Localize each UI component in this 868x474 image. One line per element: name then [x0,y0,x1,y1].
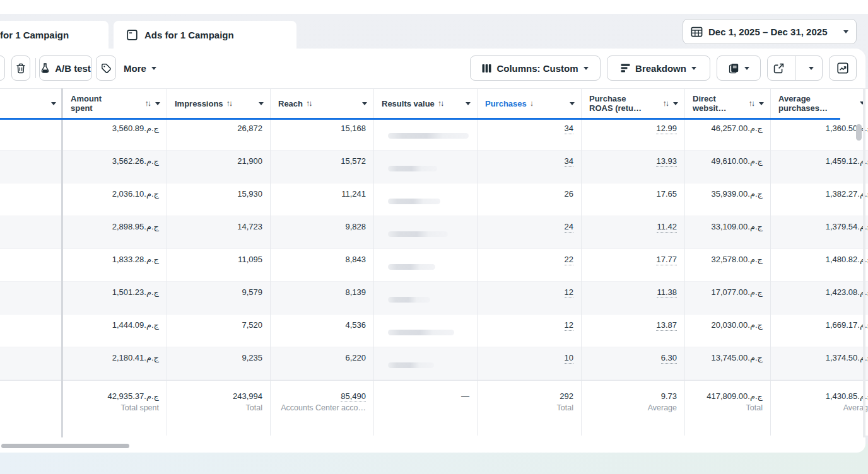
chevron-down-icon [51,102,56,105]
horizontal-scrollbar-thumb[interactable] [1,444,129,448]
cell-average-purchase: 1,480.82.م.ج [826,255,868,264]
tab-label: for 1 Campaign [0,30,69,40]
cell-name [0,216,63,249]
charts-button[interactable] [829,55,857,81]
export-split-button[interactable] [767,55,823,81]
cell-impressions: 26,872 [237,124,262,133]
header-results-value[interactable]: Results value ↑↓ [374,89,478,118]
chevron-down-icon[interactable] [259,102,264,105]
totals-amount-spent: 42,935.37.م.ج Total spent [63,381,167,436]
totals-label: Total [485,403,573,412]
header-amount-spent[interactable]: Amountspent ↑↓ [63,89,167,118]
frozen-column-divider[interactable] [61,88,63,437]
cell-reach: 8,843 [345,255,366,264]
cell-name [0,118,63,151]
totals-label: Accounts Center acco… [278,403,366,412]
chevron-down-icon [744,67,749,70]
cell-roas: 11.38 [657,287,677,298]
trend-chart-icon [837,62,848,74]
export-button[interactable] [768,63,790,74]
cell-reach: 15,168 [341,124,366,133]
redacted-results-pill [388,166,437,171]
button-divider [795,56,795,80]
ab-test-button[interactable]: A/B test [39,55,92,81]
cell-direct-website: 35,939.00.م.ج [712,189,763,199]
sort-icon[interactable]: ↑↓ [306,99,314,108]
reports-button[interactable] [717,55,761,81]
table-header-row: Amountspent ↑↓ Impressions ↑↓ Reach ↑↓ R… [0,88,868,118]
header-impressions[interactable]: Impressions ↑↓ [167,89,271,118]
header-direct-website[interactable]: Directwebsit… ↑↓ [685,89,771,118]
cell-purchases: 26 [565,189,573,199]
header-average-purchases[interactable]: Averagepurchases… ↑↓ [771,89,868,118]
totals-label: Average [589,403,677,412]
tag-button[interactable] [96,55,116,81]
delete-button[interactable] [11,55,30,81]
cell-roas: 12.99 [656,124,677,134]
table-row[interactable]: 1,444.09.م.ج 7,520 4,536 12 13.87 20,030… [0,315,868,347]
chevron-down-icon[interactable] [362,102,367,105]
totals-label: Total [693,403,763,412]
cell-purchases: 24 [565,222,573,233]
tab-adsets-for-campaign[interactable]: for 1 Campaign [0,21,108,49]
chevron-down-icon[interactable] [466,102,471,105]
cell-average-purchase: 1,374.50.م.ج [826,353,868,362]
table-row[interactable]: 2,180.41.م.ج 9,235 6,220 10 6.30 13,745.… [0,347,868,380]
vertical-scrollbar-thumb[interactable] [856,124,862,141]
export-options-button[interactable] [801,67,822,70]
sort-desc-icon[interactable]: ↓ [530,99,536,108]
chevron-down-icon [151,67,156,70]
tag-icon [101,63,112,74]
more-label: More [124,63,146,74]
cell-roas: 13.93 [656,156,677,167]
table-row[interactable]: 1,501.23.م.ج 9,579 8,139 12 11.38 17,077… [0,282,868,315]
cell-amount-spent: 3,560.89.م.ج [112,124,159,133]
more-menu[interactable]: More [124,55,156,81]
totals-label: Total spent [71,403,159,412]
columns-button[interactable]: Columns: Custom [470,55,601,81]
sort-icon[interactable]: ↑↓ [226,99,234,108]
header-purchases[interactable]: Purchases ↓ [478,89,582,118]
header-name-column[interactable] [0,89,63,118]
chevron-down-icon[interactable] [155,102,160,105]
header-purchase-roas[interactable]: PurchaseROAS (retu… ↑↓ [582,89,685,118]
cell-direct-website: 49,610.00.م.ج [712,156,763,166]
table-row[interactable]: 3,560.89.م.ج 26,872 15,168 34 12.99 46,2… [0,118,868,151]
flask-icon [40,63,50,74]
table-row[interactable]: 2,898.95.م.ج 14,723 9,828 24 11.42 33,10… [0,216,868,249]
cell-direct-website: 17,077.00.م.ج [712,287,763,297]
date-range-picker[interactable]: Dec 1, 2025 – Dec 31, 2025 [683,19,857,44]
breakdown-button[interactable]: Breakdown [607,55,710,81]
totals-label: Total [175,403,262,412]
totals-label: Average [778,403,868,412]
cell-roas: 17.77 [656,255,677,265]
totals-direct-website: 417,809.00.م.ج Total [685,381,771,436]
table-row[interactable]: 2,036.10.م.ج 15,930 11,241 26 17.65 35,9… [0,183,868,216]
table-row[interactable]: 1,833.28.م.ج 11,095 8,843 22 17.77 32,57… [0,249,868,282]
tab-ads-for-campaign[interactable]: Ads for 1 Campaign [114,21,296,49]
header-reach[interactable]: Reach ↑↓ [271,89,374,118]
sort-icon[interactable]: ↑↓ [663,99,671,108]
columns-label: Columns: Custom [496,63,578,74]
cell-name [0,347,63,380]
cell-average-purchase: 1,379.54.م.ج [826,222,868,231]
sort-icon[interactable]: ↑↓ [145,99,153,108]
cell-reach: 6,220 [345,353,366,362]
cell-amount-spent: 3,562.26.م.ج [112,156,159,166]
chevron-down-icon[interactable] [759,102,764,105]
chevron-down-icon[interactable] [673,102,678,105]
sort-icon[interactable]: ↑↓ [438,99,445,108]
chevron-down-icon[interactable] [570,102,575,105]
edit-button-partial[interactable] [0,55,5,81]
cell-average-purchase: 1,459.12.م.ج [826,156,868,166]
cell-average-purchase: 1,382.27.م.ج [826,189,868,199]
table-row[interactable]: 3,562.26.م.ج 21,900 15,572 34 13.93 49,6… [0,151,868,183]
sort-icon[interactable]: ↑↓ [749,99,756,108]
cell-impressions: 15,930 [237,189,262,199]
breakdown-label: Breakdown [635,63,686,74]
vertical-scrollbar-track[interactable] [863,88,865,437]
cell-average-purchase: 1,423.08.م.ج [826,287,868,297]
totals-name-cell [0,381,63,436]
cell-amount-spent: 1,501.23.م.ج [112,287,159,297]
date-range-label: Dec 1, 2025 – Dec 31, 2025 [708,26,827,37]
